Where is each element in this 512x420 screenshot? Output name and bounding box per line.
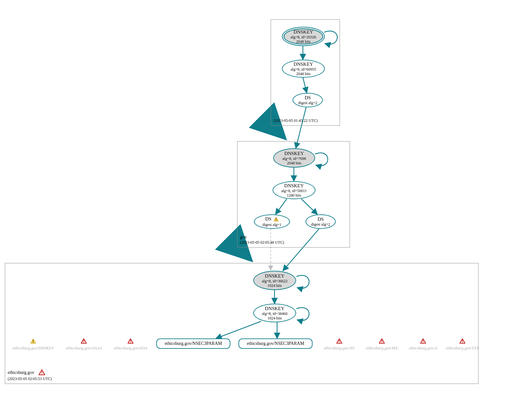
error-icon [443, 338, 482, 345]
node-root-zsk-bits: 2048 bits [296, 72, 310, 76]
error-icon [63, 338, 105, 345]
svg-rect-16 [462, 340, 463, 342]
svg-rect-3 [276, 220, 276, 221]
node-gov-zsk-detail: alg=8, id=50011 [281, 189, 307, 193]
svg-rect-14 [423, 340, 423, 342]
rrset-nsec3param-a-label: ethicsburg.gov/NSEC3PARAM [165, 341, 222, 346]
node-leaf-ksk-bits: 1024 bits [267, 283, 282, 288]
zone-leaf-error-icon [39, 369, 45, 377]
node-root-ksk-title: DNSKEY [294, 29, 313, 35]
node-gov-ds1-detail: digest alg=1 [262, 222, 281, 227]
zone-root-label: . (2023-05-05 01:45:22 UTC) [274, 112, 318, 123]
bad-rrset-soa-label: ethicsburg.gov/SOA [114, 346, 147, 350]
node-root-zsk[interactable]: DNSKEY alg=8, id=60955 2048 bits [282, 60, 325, 78]
node-root-ds[interactable]: DS digest alg=2 [293, 93, 323, 107]
node-gov-ksk-bits: 2048 bits [287, 161, 301, 165]
node-gov-ksk[interactable]: DNSKEY alg=8, id=7698 2048 bits [273, 148, 315, 168]
zone-gov-ts: (2023-05-05 02:05:46 UTC) [240, 240, 284, 245]
bad-rrset-mx-label: ethicsburg.gov/MX [366, 346, 398, 350]
node-gov-zsk-bits: 1280 bits [287, 193, 301, 198]
svg-rect-5 [33, 342, 34, 343]
node-leaf-ksk-detail: alg=8, id=36622 [262, 279, 288, 283]
bad-rrset-soa[interactable]: ethicsburg.gov/SOA [111, 338, 150, 351]
node-gov-ds1[interactable]: DS digest alg=1 [254, 214, 290, 229]
zone-leaf-name: ethicsburg.gov [8, 370, 34, 375]
error-icon [111, 338, 150, 345]
svg-rect-13 [382, 342, 382, 343]
rrset-nsec3param-a[interactable]: ethicsburg.gov/NSEC3PARAM [156, 338, 230, 349]
node-gov-ds2-detail: digest alg=2 [311, 222, 330, 227]
node-gov-zsk-title: DNSKEY [284, 183, 304, 189]
bad-rrset-ns[interactable]: ethicsburg.gov/NS [321, 338, 358, 351]
node-leaf-ksk-title: DNSKEY [265, 273, 285, 279]
node-root-zsk-detail: alg=8, id=60955 [291, 67, 316, 72]
node-gov-ksk-title: DNSKEY [285, 151, 304, 156]
node-root-ksk[interactable]: DNSKEY alg=8, id=20326 2048 bits [282, 27, 325, 46]
svg-rect-7 [83, 342, 84, 343]
node-root-zsk-title: DNSKEY [294, 61, 313, 67]
error-icon [362, 338, 401, 345]
bad-rrset-txt-label: ethicsburg.gov/TXT [446, 346, 479, 350]
zone-root-name: . [274, 112, 318, 118]
error-icon [405, 338, 441, 345]
node-root-ds-title: DS [304, 95, 311, 101]
svg-rect-9 [130, 342, 131, 343]
bad-rrset-dnskey-label: ethicsburg.gov/DNSKEY [13, 346, 54, 350]
zone-leaf-label: ethicsburg.gov (2023-05-05 02:05:53 UTC) [8, 369, 52, 382]
warning-icon [274, 218, 279, 222]
svg-rect-8 [130, 340, 131, 342]
svg-rect-11 [339, 342, 340, 343]
bad-rrset-a[interactable]: ethicsburg.gov/A [405, 338, 441, 351]
node-leaf-zsk-title: DNSKEY [265, 306, 285, 311]
node-leaf-zsk-detail: alg=8, id=38460 [262, 311, 288, 316]
zone-leaf-ts: (2023-05-05 02:05:53 UTC) [8, 376, 52, 382]
svg-rect-10 [339, 340, 340, 342]
node-leaf-zsk[interactable]: DNSKEY alg=8, id=38460 1024 bits [253, 304, 296, 322]
bad-rrset-ns-label: ethicsburg.gov/NS [324, 346, 354, 350]
zone-gov-name: gov [240, 234, 284, 240]
error-icon [321, 338, 358, 345]
warning-icon [11, 338, 56, 345]
node-gov-ksk-detail: alg=8, id=7698 [282, 156, 306, 161]
zone-gov-label: gov (2023-05-05 02:05:46 UTC) [240, 234, 284, 245]
svg-rect-6 [83, 340, 84, 342]
svg-rect-4 [33, 340, 34, 342]
zone-root-ts: (2023-05-05 01:45:22 UTC) [274, 118, 318, 123]
rrset-nsec3param-b[interactable]: ethicsburg.gov/NSEC3PARAM [238, 338, 313, 349]
svg-rect-0 [42, 371, 42, 373]
bad-rrset-mx[interactable]: ethicsburg.gov/MX [362, 338, 401, 351]
svg-rect-1 [42, 374, 42, 374]
node-root-ksk-detail: alg=8, id=20326 [291, 35, 316, 39]
node-gov-ds2-title: DS [317, 216, 324, 222]
node-leaf-ksk[interactable]: DNSKEY alg=8, id=36622 1024 bits [253, 271, 296, 290]
bad-rrset-a-label: ethicsburg.gov/A [409, 346, 437, 350]
svg-rect-17 [462, 342, 463, 343]
node-root-ksk-bits: 2048 bits [296, 39, 310, 44]
node-gov-zsk[interactable]: DNSKEY alg=8, id=50011 1280 bits [273, 181, 315, 199]
rrset-nsec3param-b-label: ethicsburg.gov/NSEC3PARAM [247, 341, 304, 346]
zone-leaf: ethicsburg.gov (2023-05-05 02:05:53 UTC) [5, 263, 478, 384]
bad-rrset-aaaa[interactable]: ethicsburg.gov/AAAA [63, 338, 105, 351]
node-root-ds-detail: digest alg=2 [298, 101, 317, 105]
node-leaf-zsk-bits: 1024 bits [267, 316, 282, 320]
svg-rect-15 [423, 342, 423, 343]
node-gov-ds2[interactable]: DS digest alg=2 [305, 214, 336, 229]
svg-rect-12 [382, 340, 382, 342]
bad-rrset-dnskey[interactable]: ethicsburg.gov/DNSKEY [11, 338, 56, 351]
bad-rrset-aaaa-label: ethicsburg.gov/AAAA [66, 346, 102, 350]
node-gov-ds1-title: DS [265, 216, 271, 221]
bad-rrset-txt[interactable]: ethicsburg.gov/TXT [443, 338, 482, 351]
svg-rect-2 [276, 218, 276, 220]
